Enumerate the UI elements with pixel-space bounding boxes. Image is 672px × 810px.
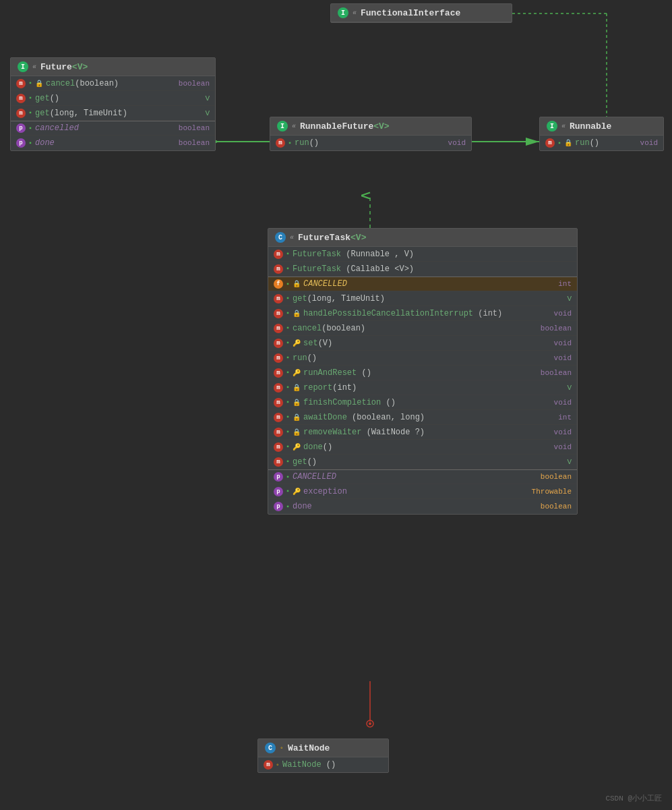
- method-badge: m: [274, 428, 283, 437]
- runnable-future-run: m ▪ run() void: [270, 136, 471, 150]
- futuretask-done: m ▪ 🔑 done() void: [268, 440, 577, 455]
- futuretask-ctor2: m ▪ FutureTask (Callable <V>): [268, 262, 577, 277]
- method-badge: m: [274, 413, 283, 422]
- method-badge: m: [274, 398, 283, 407]
- future-method-get1: m ▪ get() V: [11, 91, 215, 106]
- future-task-box: C « FutureTask<V> m ▪ FutureTask (Runnab…: [268, 228, 578, 515]
- method-badge: m: [274, 309, 283, 318]
- method-badge: m: [276, 138, 285, 148]
- functional-interface-header: I « FunctionalInterface: [331, 4, 512, 22]
- futuretask-ctor1: m ▪ FutureTask (Runnable , V): [268, 247, 577, 262]
- type-label: «: [353, 9, 357, 17]
- futuretask-cancel: m ▪ cancel(boolean) boolean: [268, 321, 577, 336]
- future-method-get2: m ▪ get(long, TimeUnit) V: [11, 106, 215, 121]
- futuretask-await: m ▪ 🔒 awaitDone (boolean, long) int: [268, 410, 577, 425]
- runnable-future-header: I « RunnableFuture<V>: [270, 117, 471, 136]
- interface-icon: I: [338, 7, 348, 18]
- functional-interface-box: I « FunctionalInterface: [330, 3, 512, 23]
- class-icon: C: [265, 743, 276, 753]
- runnable-header: I « Runnable: [540, 117, 663, 136]
- futuretask-remove: m ▪ 🔒 removeWaiter (WaitNode ?) void: [268, 425, 577, 440]
- interface-icon: I: [18, 61, 28, 72]
- field-badge: p: [274, 502, 283, 511]
- runnable-future-box: I « RunnableFuture<V> m ▪ run() void: [270, 117, 472, 151]
- future-field-done: p ▪ done boolean: [11, 136, 215, 150]
- interface-icon: I: [547, 121, 557, 132]
- class-name: FunctionalInterface: [361, 8, 460, 18]
- futuretask-report: m ▪ 🔒 report(int) V: [268, 380, 577, 395]
- future-task-header: C « FutureTask<V>: [268, 229, 577, 247]
- futuretask-field-exception: p ▪ 🔑 exception Throwable: [268, 484, 577, 499]
- method-badge: m: [274, 294, 283, 303]
- field-badge: p: [16, 138, 26, 148]
- method-badge: m: [274, 324, 283, 333]
- svg-point-6: [367, 720, 373, 727]
- watermark: CSDN @小小工匠: [605, 793, 662, 803]
- futuretask-run-reset: m ▪ 🔑 runAndReset () boolean: [268, 366, 577, 380]
- futuretask-get-long: m ▪ get(long, TimeUnit) V: [268, 291, 577, 306]
- method-badge: m: [274, 442, 283, 452]
- futuretask-field-done: p ▪ done boolean: [268, 499, 577, 514]
- method-badge: m: [16, 79, 26, 88]
- futuretask-set: m ▪ 🔑 set(V) void: [268, 336, 577, 351]
- method-badge: m: [274, 250, 283, 259]
- runnable-run: m ▪ 🔒 run() void: [540, 136, 663, 150]
- method-badge: m: [16, 94, 26, 103]
- method-badge: m: [274, 264, 283, 274]
- method-badge: m: [274, 457, 283, 467]
- future-field-cancelled: p ▪ cancelled boolean: [11, 121, 215, 136]
- method-badge: m: [545, 138, 555, 148]
- svg-point-7: [369, 722, 371, 725]
- future-header: I « Future<V>: [11, 58, 215, 76]
- runnable-box: I « Runnable m ▪ 🔒 run() void: [539, 117, 664, 151]
- futuretask-get: m ▪ get() V: [268, 455, 577, 469]
- futuretask-run: m ▪ run() void: [268, 351, 577, 366]
- wait-node-box: C ◦ WaitNode m ◦ WaitNode (): [257, 739, 389, 773]
- diagram-container: I « FunctionalInterface I « Future<V> m …: [0, 0, 672, 810]
- method-badge: m: [264, 760, 273, 770]
- futuretask-finish: m ▪ 🔒 finishCompletion () void: [268, 395, 577, 410]
- interface-icon: I: [277, 121, 288, 132]
- futuretask-field-cancelled-bool: p ▪ CANCELLED boolean: [268, 469, 577, 484]
- futuretask-field-cancelled-int: f ▪ 🔒 CANCELLED int: [268, 277, 577, 291]
- class-icon: C: [275, 232, 286, 243]
- method-badge: m: [274, 383, 283, 393]
- method-badge: m: [274, 353, 283, 363]
- method-badge: m: [16, 109, 26, 118]
- method-badge: m: [274, 368, 283, 378]
- wait-node-header: C ◦ WaitNode: [258, 739, 388, 757]
- method-badge: m: [274, 339, 283, 348]
- wait-node-ctor: m ◦ WaitNode (): [258, 757, 388, 772]
- futuretask-handle: m ▪ 🔒 handlePossibleCancellationInterrup…: [268, 306, 577, 321]
- future-method-cancel: m ▪ 🔒 cancel(boolean) boolean: [11, 76, 215, 91]
- field-badge: p: [16, 123, 26, 133]
- field-badge: f: [274, 279, 283, 289]
- field-badge: p: [274, 487, 283, 496]
- future-box: I « Future<V> m ▪ 🔒 cancel(boolean) bool…: [10, 57, 216, 151]
- field-badge: p: [274, 472, 283, 482]
